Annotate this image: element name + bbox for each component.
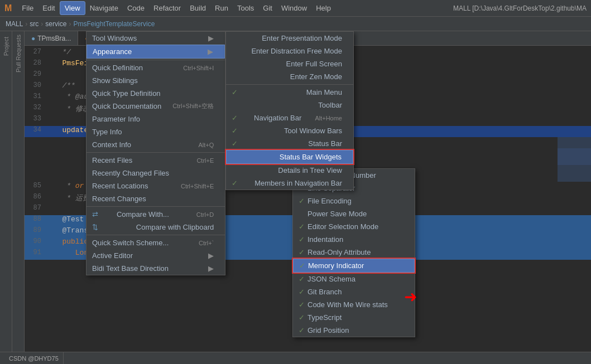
check-file-enc: ✓ bbox=[299, 197, 307, 205]
separator-app-1 bbox=[226, 84, 353, 85]
breadcrumb-part-2[interactable]: src bbox=[30, 20, 39, 28]
widget-indentation[interactable]: ✓ Indentation bbox=[293, 233, 415, 246]
menu-quick-type-def[interactable]: Quick Type Definition bbox=[87, 87, 225, 100]
menu-tool-windows[interactable]: Tool Windows ▶ bbox=[87, 32, 225, 45]
menu-context-info[interactable]: Context Info Alt+Q bbox=[87, 138, 225, 151]
menu-help[interactable]: Help bbox=[311, 2, 335, 14]
menu-tools[interactable]: Tools bbox=[233, 2, 258, 14]
widget-code-with-me[interactable]: ✓ Code With Me Wire stats bbox=[293, 298, 415, 311]
menu-recent-locations[interactable]: Recent Locations Ctrl+Shift+E bbox=[87, 179, 225, 192]
menu-bar: M File Edit View Navigate Code Refactor … bbox=[0, 0, 591, 17]
menu-quick-definition[interactable]: Quick Definition Ctrl+Shift+I bbox=[87, 61, 225, 74]
menu-recent-changes[interactable]: Recent Changes bbox=[87, 192, 225, 205]
widget-typescript[interactable]: ✓ TypeScript bbox=[293, 311, 415, 324]
check-code-with-me: ✓ bbox=[299, 300, 307, 309]
menu-build[interactable]: Build bbox=[185, 2, 210, 14]
menu-status-bar[interactable]: ✓ Status Bar bbox=[226, 137, 353, 150]
menu-run[interactable]: Run bbox=[210, 2, 233, 14]
menu-presentation-mode[interactable]: Enter Presentation Mode bbox=[226, 32, 353, 45]
widget-editor-selection[interactable]: ✓ Editor Selection Mode bbox=[293, 220, 415, 233]
sidebar-project-label[interactable]: Project bbox=[3, 33, 9, 59]
breadcrumb-sep-2: › bbox=[41, 20, 43, 28]
menu-navigation-bar[interactable]: ✓ Navigation Bar Alt+Home bbox=[226, 111, 353, 124]
check-json: ✓ bbox=[299, 275, 307, 283]
breadcrumb-part-1[interactable]: MALL bbox=[6, 20, 23, 28]
dropdown-container: Tool Windows ▶ Appearance ▶ Quick Defini… bbox=[86, 31, 225, 275]
menu-toolbar[interactable]: Toolbar bbox=[226, 99, 353, 111]
menu-main-menu[interactable]: ✓ Main Menu bbox=[226, 86, 353, 99]
menu-git[interactable]: Git bbox=[258, 2, 277, 14]
menu-show-siblings[interactable]: Show Siblings bbox=[87, 74, 225, 87]
menu-recent-files[interactable]: Recent Files Ctrl+E bbox=[87, 154, 225, 167]
arrow-icon-bidi: ▶ bbox=[208, 264, 214, 273]
arrow-indicator: ➜ bbox=[404, 288, 417, 306]
menu-bidi[interactable]: Bidi Text Base Direction ▶ bbox=[87, 262, 225, 275]
arrow-icon-editor: ▶ bbox=[208, 251, 214, 260]
left-sidebar: Project bbox=[0, 31, 12, 364]
main-area: Project Pull Requests ●TPmsBra... ● PmsF… bbox=[0, 31, 591, 364]
menu-members-nav[interactable]: ✓ Members in Navigation Bar bbox=[226, 177, 353, 190]
breadcrumb: MALL › src › service › PmsFeightTemplate… bbox=[0, 17, 591, 31]
arrow-icon: ▶ bbox=[208, 34, 214, 42]
view-menu: Tool Windows ▶ Appearance ▶ Quick Defini… bbox=[86, 31, 225, 275]
widget-git-branch[interactable]: ✓ Git Branch bbox=[293, 285, 415, 298]
widget-readonly[interactable]: ✓ Read-Only Attribute bbox=[293, 246, 415, 259]
widget-file-encoding[interactable]: ✓ File Encoding bbox=[293, 195, 415, 207]
menu-edit[interactable]: Edit bbox=[38, 2, 59, 14]
menu-distraction-free[interactable]: Enter Distraction Free Mode bbox=[226, 45, 353, 57]
menu-code[interactable]: Code bbox=[123, 2, 149, 14]
menu-window[interactable]: Window bbox=[277, 2, 311, 14]
check-editor-sel: ✓ bbox=[299, 222, 307, 231]
menu-recently-changed[interactable]: Recently Changed Files bbox=[87, 167, 225, 179]
status-bar: CSDN @DHYD75 bbox=[0, 352, 591, 364]
check-git-branch: ✓ bbox=[299, 288, 307, 296]
check-status-bar: ✓ bbox=[232, 139, 241, 148]
menu-details-tree[interactable]: Details in Tree View bbox=[226, 164, 353, 177]
menu-compare-with[interactable]: ⇄ Compare With... Ctrl+D bbox=[87, 208, 225, 221]
separator-1 bbox=[87, 60, 225, 60]
check-nav-bar: ✓ bbox=[232, 114, 241, 122]
widget-json-schema[interactable]: ✓ JSON Schema bbox=[293, 273, 415, 285]
menu-type-info[interactable]: Type Info bbox=[87, 125, 225, 138]
menu-status-bar-widgets[interactable]: Status Bar Widgets bbox=[226, 150, 353, 164]
widget-grid-position[interactable]: ✓ Grid Position bbox=[293, 324, 415, 337]
separator-2 bbox=[87, 152, 225, 153]
breadcrumb-service[interactable]: PmsFeightTemplateService bbox=[73, 20, 155, 28]
separator-4 bbox=[87, 235, 225, 235]
menu-navigate[interactable]: Navigate bbox=[85, 2, 123, 14]
menu-file[interactable]: File bbox=[17, 2, 38, 14]
menu-full-screen[interactable]: Enter Full Screen bbox=[226, 57, 353, 70]
check-members-nav: ✓ bbox=[232, 179, 241, 187]
menu-compare-clipboard[interactable]: ⇅ Compare with Clipboard bbox=[87, 221, 225, 234]
menu-quick-doc[interactable]: Quick Documentation Ctrl+Shift+空格 bbox=[87, 100, 225, 113]
breadcrumb-part-3[interactable]: service bbox=[45, 20, 66, 28]
status-csdn: CSDN @DHYD75 bbox=[4, 352, 64, 364]
check-grid-pos: ✓ bbox=[299, 326, 307, 334]
check-typescript: ✓ bbox=[299, 313, 307, 322]
code-area: ●TPmsBra... ● PmsFeightTemplateService.j… bbox=[25, 31, 591, 364]
menu-tool-window-bars[interactable]: ✓ Tool Window Bars bbox=[226, 124, 353, 137]
check-main-menu: ✓ bbox=[232, 88, 241, 96]
pull-requests-label[interactable]: Pull Requests bbox=[15, 31, 22, 76]
check-indent: ✓ bbox=[299, 235, 307, 244]
app-title: MALL [D:\Java\4.GltForDeskTop\2.github\M… bbox=[453, 4, 587, 12]
menu-zen-mode[interactable]: Enter Zen Mode bbox=[226, 70, 353, 83]
menu-active-editor[interactable]: Active Editor ▶ bbox=[87, 249, 225, 262]
compare-clipboard-icon: ⇅ bbox=[92, 223, 98, 231]
tab-tpms[interactable]: ●TPmsBra... bbox=[25, 31, 78, 45]
widget-power-save[interactable]: Power Save Mode bbox=[293, 207, 415, 220]
menu-view[interactable]: View bbox=[60, 1, 85, 15]
menu-quick-switch[interactable]: Quick Switch Scheme... Ctrl+` bbox=[87, 236, 225, 249]
arrow-icon-appearance: ▶ bbox=[208, 47, 213, 56]
pull-requests-sidebar: Pull Requests bbox=[12, 31, 25, 364]
check-readonly: ✓ bbox=[299, 248, 307, 256]
check-tw-bars: ✓ bbox=[232, 127, 241, 135]
compare-icon: ⇄ bbox=[92, 210, 98, 219]
breadcrumb-sep-1: › bbox=[25, 20, 27, 28]
separator-3 bbox=[87, 206, 225, 207]
menu-appearance[interactable]: Appearance ▶ bbox=[87, 45, 225, 59]
menu-param-info[interactable]: Parameter Info bbox=[87, 113, 225, 125]
menu-refactor[interactable]: Refactor bbox=[149, 2, 185, 14]
widget-memory-indicator[interactable]: ✓ Memory Indicator bbox=[293, 259, 415, 273]
check-memory: ✓ bbox=[299, 261, 308, 270]
